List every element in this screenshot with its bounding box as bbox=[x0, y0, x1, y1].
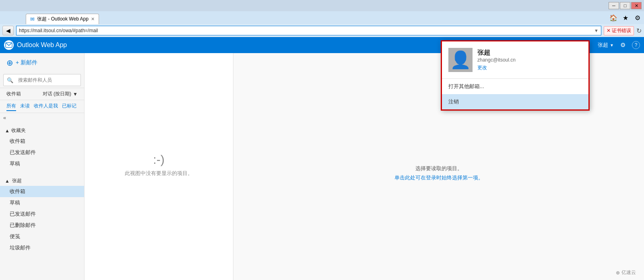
tab-close-icon[interactable]: ✕ bbox=[91, 16, 95, 22]
favorites-label: 收藏夹 bbox=[11, 127, 26, 134]
settings-icon[interactable]: ⚙ bbox=[633, 13, 642, 23]
user-sent[interactable]: 已发送邮件 bbox=[0, 208, 84, 220]
open-mailbox-item[interactable]: 打开其他邮箱... bbox=[442, 79, 588, 94]
search-input[interactable] bbox=[15, 76, 77, 84]
collapse-sidebar-button[interactable]: « bbox=[0, 113, 84, 122]
search-dropdown-icon[interactable]: ▼ bbox=[594, 28, 599, 33]
user-card: 👤 张超 zhangc@itsoul.cn 更改 bbox=[442, 41, 588, 79]
avatar-person-icon: 👤 bbox=[450, 51, 471, 68]
new-mail-icon: ⊕ bbox=[6, 58, 13, 68]
search-area: 🔍 bbox=[0, 72, 84, 88]
dropdown-user-name: 张超 bbox=[477, 49, 582, 57]
new-mail-button[interactable]: ⊕ + 新邮件 bbox=[0, 53, 84, 72]
home-icon[interactable]: 🏠 bbox=[609, 13, 618, 23]
user-drafts[interactable]: 草稿 bbox=[0, 197, 84, 208]
maximize-button[interactable]: □ bbox=[620, 2, 630, 9]
back-button[interactable]: ◀ bbox=[2, 26, 14, 35]
user-dropdown: 👤 张超 zhangc@itsoul.cn 更改 打开其他邮箱... 注销 bbox=[441, 40, 590, 111]
user-section-label: 张超 bbox=[11, 177, 22, 184]
mail-list: :-) 此视图中没有要显示的项目。 bbox=[85, 53, 233, 280]
logo-icon bbox=[4, 40, 14, 50]
signout-item[interactable]: 注销 bbox=[442, 94, 588, 109]
inbox-label: 收件箱 bbox=[6, 91, 21, 97]
folder-filter-row: 收件箱 对话 (按日期) ▼ bbox=[0, 88, 84, 100]
cert-error-icon: ✕ bbox=[607, 28, 611, 33]
user-dropdown-icon: ▼ bbox=[610, 43, 614, 47]
favorites-icon[interactable]: ★ bbox=[621, 13, 630, 23]
filter-all[interactable]: 所有 bbox=[6, 102, 16, 111]
address-bar[interactable]: https://mail.itsoul.cn/owa/#path=/mail ▼ bbox=[16, 26, 601, 35]
change-photo-link[interactable]: 更改 bbox=[477, 64, 582, 71]
user-menu-button[interactable]: 张超 ▼ bbox=[598, 41, 614, 49]
url-text: https://mail.itsoul.cn/owa/#path=/mail bbox=[19, 28, 592, 33]
user-name-label: 张超 bbox=[598, 41, 608, 49]
favorites-header[interactable]: ▲ 收藏夹 bbox=[0, 126, 84, 136]
user-inbox[interactable]: 收件箱 bbox=[0, 186, 84, 197]
user-deleted[interactable]: 已删除邮件 bbox=[0, 220, 84, 231]
close-button[interactable]: ✕ bbox=[631, 2, 642, 9]
reading-empty-line1: 选择要读取的项目。 bbox=[394, 164, 483, 173]
dropdown-user-email: zhangc@itsoul.cn bbox=[477, 57, 582, 63]
tab-label: 张超 - Outlook Web App bbox=[37, 16, 89, 23]
conversation-sort-dropdown[interactable]: 对话 (按日期) ▼ bbox=[43, 91, 78, 97]
filter-flagged[interactable]: 已标记 bbox=[62, 102, 76, 111]
mail-list-empty: :-) 此视图中没有要显示的项目。 bbox=[85, 53, 233, 277]
favorites-collapse-icon: ▲ bbox=[5, 128, 10, 134]
minimize-button[interactable]: ─ bbox=[609, 2, 619, 9]
user-section-collapse-icon: ▲ bbox=[5, 178, 10, 184]
user-section-header[interactable]: ▲ 张超 bbox=[0, 176, 84, 186]
empty-state-icon: :-) bbox=[153, 153, 164, 167]
reading-pane-empty: 选择要读取的项目。 单击此处可在登录时始终选择第一项。 bbox=[394, 164, 483, 183]
refresh-icon[interactable]: ↻ bbox=[636, 27, 642, 35]
settings-header-icon[interactable]: ⚙ bbox=[620, 41, 625, 49]
search-icon: 🔍 bbox=[7, 77, 13, 83]
cert-error-badge[interactable]: ✕ 证书错误 bbox=[604, 26, 634, 35]
user-info: 张超 zhangc@itsoul.cn 更改 bbox=[477, 49, 582, 71]
app-title: Outlook Web App bbox=[17, 41, 67, 49]
cert-error-label: 证书错误 bbox=[612, 27, 631, 34]
app-logo: Outlook Web App bbox=[4, 40, 67, 50]
filter-unread[interactable]: 未读 bbox=[20, 102, 30, 111]
sidebar: ⊕ + 新邮件 🔍 收件箱 对话 (按日期) ▼ 所有 未读 收件人是我 已标记 bbox=[0, 53, 85, 280]
sort-dropdown-icon: ▼ bbox=[73, 91, 78, 97]
filter-tome[interactable]: 收件人是我 bbox=[34, 102, 58, 111]
first-item-link[interactable]: 单击此处可在登录时始终选择第一项。 bbox=[394, 175, 483, 181]
empty-state-message: 此视图中没有要显示的项目。 bbox=[125, 170, 193, 177]
sort-label: 对话 (按日期) bbox=[43, 91, 71, 97]
user-section: ▲ 张超 收件箱 草稿 已发送邮件 已删除邮件 便笺 垃圾邮件 bbox=[0, 173, 84, 257]
favorites-inbox[interactable]: 收件箱 bbox=[0, 136, 84, 147]
tab-app-icon: ✉ bbox=[30, 16, 35, 22]
watermark: ⊕ 亿速云 bbox=[616, 269, 636, 276]
help-icon[interactable]: ? bbox=[632, 41, 640, 49]
active-tab[interactable]: ✉ 张超 - Outlook Web App ✕ bbox=[26, 14, 99, 24]
favorites-sent[interactable]: 已发送邮件 bbox=[0, 147, 84, 158]
reading-empty-line2[interactable]: 单击此处可在登录时始终选择第一项。 bbox=[394, 173, 483, 182]
watermark-icon: ⊕ bbox=[616, 270, 620, 276]
filter-tabs: 所有 未读 收件人是我 已标记 bbox=[0, 100, 84, 113]
favorites-drafts[interactable]: 草稿 bbox=[0, 158, 84, 169]
watermark-text: 亿速云 bbox=[621, 269, 636, 276]
user-notes[interactable]: 便笺 bbox=[0, 231, 84, 242]
new-mail-label: + 新邮件 bbox=[16, 59, 37, 66]
favorites-section: ▲ 收藏夹 收件箱 已发送邮件 草稿 bbox=[0, 122, 84, 173]
user-avatar: 👤 bbox=[448, 48, 473, 72]
user-junk[interactable]: 垃圾邮件 bbox=[0, 242, 84, 253]
